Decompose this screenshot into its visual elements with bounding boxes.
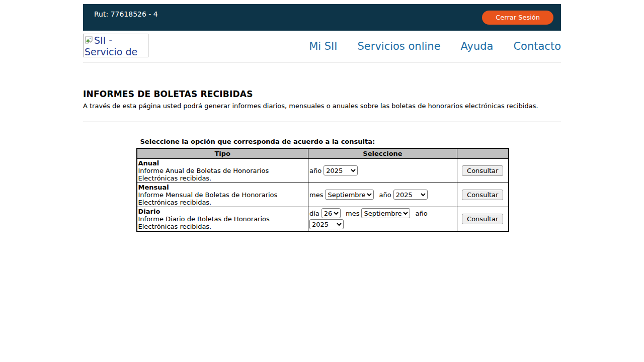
topbar: Rut: 77618526 - 4 Cerrar Sesión	[83, 4, 561, 31]
diario-year-select[interactable]: 2025	[309, 219, 344, 229]
nav-link-ayuda[interactable]: Ayuda	[461, 40, 494, 52]
consultar-mensual-button[interactable]: Consultar	[462, 190, 503, 200]
table-header-row: Tipo Seleccione	[137, 148, 509, 158]
nav-link-contacto[interactable]: Contacto	[513, 40, 561, 52]
sii-logo-link[interactable]: SII - Servicio de	[83, 34, 148, 57]
row-type-label: Diario	[138, 208, 160, 215]
page-description: A través de esta página usted podrá gene…	[83, 102, 561, 110]
report-options-table: Tipo Seleccione Anual Informe Anual de B…	[136, 148, 509, 232]
diario-day-label: día	[309, 210, 319, 217]
column-header-empty	[457, 148, 509, 158]
diario-month-label: mes	[346, 210, 359, 217]
table-row-anual: Anual Informe Anual de Boletas de Honora…	[137, 158, 509, 183]
nav-link-mi-sii[interactable]: Mi SII	[309, 40, 337, 52]
report-options-section: Seleccione la opción que corresponda de …	[136, 138, 508, 232]
consultar-diario-button[interactable]: Consultar	[462, 214, 503, 224]
diario-day-select[interactable]: 26	[321, 208, 341, 218]
nav-link-servicios-online[interactable]: Servicios online	[358, 40, 441, 52]
rut-label: Rut: 77618526 - 4	[94, 10, 158, 18]
diario-year-label: año	[416, 210, 428, 217]
divider	[83, 122, 561, 122]
mensual-year-select[interactable]: 2025	[393, 190, 428, 200]
site-header: SII - Servicio de Mi SII Servicios onlin…	[83, 31, 561, 62]
logo-alt-text: SII - Servicio de	[85, 35, 137, 57]
consultar-anual-button[interactable]: Consultar	[462, 165, 503, 176]
select-option-prompt: Seleccione la opción que corresponda de …	[136, 138, 508, 145]
page-title: INFORMES DE BOLETAS RECIBIDAS	[83, 89, 561, 99]
anual-year-label: año	[309, 167, 321, 174]
broken-image-icon	[85, 36, 94, 45]
row-description: Informe Anual de Boletas de Honorarios E…	[138, 167, 269, 182]
row-description: Informe Diario de Boletas de Honorarios …	[138, 215, 270, 230]
mensual-year-label: año	[379, 191, 391, 199]
mensual-month-select[interactable]: Septiembre	[325, 190, 374, 200]
logout-button[interactable]: Cerrar Sesión	[482, 11, 553, 25]
row-type-label: Mensual	[138, 184, 169, 191]
diario-month-select[interactable]: Septiembre	[361, 208, 410, 218]
mensual-month-label: mes	[309, 191, 323, 199]
page: Rut: 77618526 - 4 Cerrar Sesión SII - Se…	[83, 4, 561, 232]
anual-year-select[interactable]: 2025	[324, 165, 358, 175]
main-nav: Mi SII Servicios online Ayuda Contacto	[309, 40, 561, 52]
table-row-mensual: Mensual Informe Mensual de Boletas de Ho…	[137, 183, 509, 207]
row-description: Informe Mensual de Boletas de Honorarios…	[138, 191, 278, 206]
row-type-label: Anual	[138, 159, 159, 167]
main-content: INFORMES DE BOLETAS RECIBIDAS A través d…	[83, 89, 561, 232]
column-header-tipo: Tipo	[137, 148, 308, 158]
column-header-seleccione: Seleccione	[308, 148, 457, 158]
table-row-diario: Diario Informe Diario de Boletas de Hono…	[137, 207, 509, 231]
